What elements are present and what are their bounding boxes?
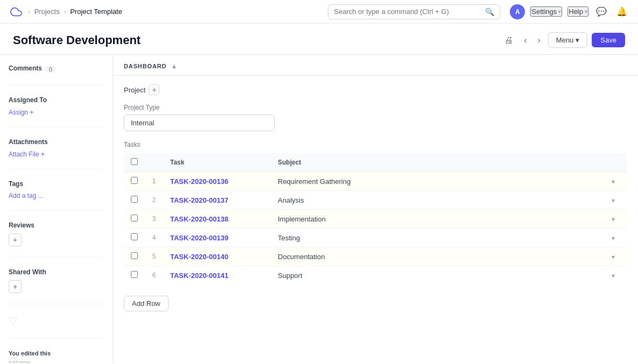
row-subject: Requirement Gathering — [271, 172, 600, 191]
row-checkbox[interactable] — [131, 252, 138, 259]
row-dropdown-icon[interactable]: ▾ — [607, 176, 619, 188]
tasks-label: Tasks — [124, 141, 627, 148]
add-review-button[interactable]: + — [9, 233, 22, 246]
row-task: TASK-2020-00136 — [164, 172, 271, 191]
shared-with-label: Shared With — [9, 268, 104, 276]
project-label: Project — [124, 86, 145, 94]
project-type-input[interactable] — [124, 115, 275, 131]
row-dropdown-icon[interactable]: ▾ — [607, 213, 619, 225]
row-checkbox[interactable] — [131, 215, 138, 222]
reviews-section: Reviews + — [9, 222, 104, 246]
dashboard-header: DASHBOARD ▲ — [113, 55, 638, 76]
breadcrumb-chevron-1: › — [28, 9, 30, 15]
row-num: 2 — [144, 191, 164, 210]
row-checkbox[interactable] — [131, 196, 138, 203]
th-num — [144, 153, 164, 172]
task-link[interactable]: TASK-2020-00137 — [170, 196, 228, 204]
row-subject: Documentation — [271, 247, 600, 266]
attachments-label: Attachments — [9, 138, 104, 146]
row-subject: Implementation — [271, 210, 600, 229]
breadcrumb-current: Project Template — [70, 8, 122, 16]
search-bar[interactable]: 🔍 — [328, 4, 500, 19]
row-dropdown-icon[interactable]: ▾ — [607, 232, 619, 244]
main-layout: Comments 0 Assigned To Assign + Attachme… — [0, 55, 638, 363]
table-row: 5 TASK-2020-00140 Documentation ▾ — [124, 247, 627, 266]
prev-button[interactable]: ‹ — [521, 33, 530, 47]
add-tag-action[interactable]: Add a tag ... — [9, 192, 104, 199]
task-link[interactable]: TASK-2020-00141 — [170, 272, 228, 280]
table-row: 1 TASK-2020-00136 Requirement Gathering … — [124, 172, 627, 191]
avatar: A — [510, 4, 525, 19]
menu-caret-icon: ▾ — [576, 36, 579, 44]
reviews-label: Reviews — [9, 222, 104, 229]
row-num: 1 — [144, 172, 164, 191]
row-task: TASK-2020-00140 — [164, 247, 271, 266]
next-button[interactable]: › — [535, 33, 544, 47]
row-checkbox[interactable] — [131, 233, 138, 240]
divider-2 — [9, 127, 104, 127]
task-link[interactable]: TASK-2020-00138 — [170, 215, 228, 223]
search-icon: 🔍 — [485, 8, 494, 16]
bell-icon[interactable]: 🔔 — [614, 4, 629, 19]
menu-button[interactable]: Menu ▾ — [548, 32, 588, 48]
row-dropdown-icon[interactable]: ▾ — [607, 195, 619, 206]
help-button[interactable]: Help ▾ — [567, 6, 588, 17]
page-header: Software Development 🖨 ‹ › Menu ▾ Save — [0, 24, 638, 55]
assign-plus-icon: + — [30, 108, 34, 116]
save-button[interactable]: Save — [592, 33, 625, 47]
row-task: TASK-2020-00141 — [164, 266, 271, 285]
add-project-button[interactable]: + — [149, 84, 159, 95]
select-all-checkbox[interactable] — [131, 158, 138, 165]
task-link[interactable]: TASK-2020-00139 — [170, 234, 228, 242]
add-row-button[interactable]: Add Row — [124, 296, 169, 311]
reviews-add: + — [9, 233, 104, 246]
breadcrumb-projects[interactable]: Projects — [34, 8, 60, 16]
project-type-section: Project Type — [124, 104, 627, 131]
task-link[interactable]: TASK-2020-00136 — [170, 177, 228, 185]
tasks-table: Task Subject 1 TASK-2020-00136 Requireme… — [124, 153, 627, 285]
row-task: TASK-2020-00137 — [164, 191, 271, 210]
dashboard-toggle-icon[interactable]: ▲ — [171, 62, 177, 70]
attachments-section: Attachments Attach File + — [9, 138, 104, 158]
dashboard-body: Project + Project Type Tasks — [113, 76, 638, 320]
edited-meta: You edited this just now — [9, 349, 104, 363]
chat-icon[interactable]: 💬 — [594, 4, 609, 19]
row-num: 5 — [144, 247, 164, 266]
row-checkbox[interactable] — [131, 271, 138, 278]
th-subject: Subject — [271, 153, 600, 172]
tags-section: Tags Add a tag ... — [9, 180, 104, 199]
dashboard-title: DASHBOARD — [124, 63, 166, 69]
row-dropdown-icon[interactable]: ▾ — [607, 270, 619, 282]
table-row: 4 TASK-2020-00139 Testing ▾ — [124, 229, 627, 247]
row-checkbox-cell — [124, 191, 145, 210]
add-shared-button[interactable]: + — [9, 280, 22, 293]
divider-4 — [9, 210, 104, 211]
search-input[interactable] — [334, 8, 482, 16]
top-nav: › Projects › Project Template 🔍 A Settin… — [0, 0, 638, 24]
row-task: TASK-2020-00138 — [164, 210, 271, 229]
heart-icon[interactable]: ♡ — [9, 316, 17, 326]
row-num: 3 — [144, 210, 164, 229]
sidebar: Comments 0 Assigned To Assign + Attachme… — [0, 55, 113, 363]
divider-1 — [9, 85, 104, 85]
settings-button[interactable]: Settings ▾ — [530, 6, 562, 17]
th-task: Task — [164, 153, 271, 172]
table-row: 6 TASK-2020-00141 Support ▾ — [124, 266, 627, 285]
row-dropdown-icon[interactable]: ▾ — [607, 251, 619, 263]
print-button[interactable]: 🖨 — [501, 33, 516, 47]
breadcrumb-chevron-2: › — [64, 9, 66, 15]
row-checkbox-cell — [124, 210, 145, 229]
row-subject: Testing — [271, 229, 600, 247]
row-num: 4 — [144, 229, 164, 247]
row-task: TASK-2020-00139 — [164, 229, 271, 247]
attach-plus-icon: + — [41, 150, 45, 158]
assign-action[interactable]: Assign + — [9, 108, 104, 116]
row-subject: Analysis — [271, 191, 600, 210]
header-actions: 🖨 ‹ › Menu ▾ Save — [501, 32, 625, 48]
attach-file-action[interactable]: Attach File + — [9, 150, 104, 158]
shared-with-add: + — [9, 280, 104, 293]
task-link[interactable]: TASK-2020-00140 — [170, 253, 228, 261]
row-checkbox[interactable] — [131, 177, 138, 184]
th-checkbox — [124, 153, 145, 172]
app-logo[interactable] — [9, 4, 24, 19]
